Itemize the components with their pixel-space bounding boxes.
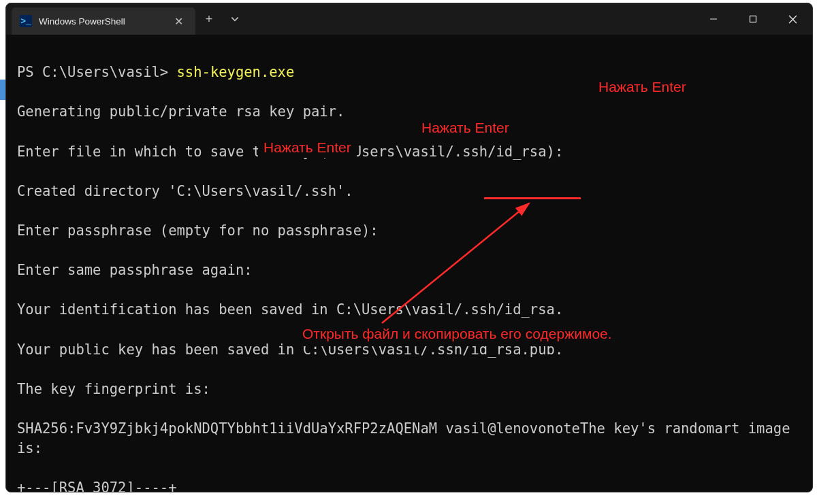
terminal-line: The key fingerprint is: — [17, 380, 801, 399]
annotation-enter-2: Нажать Enter — [416, 118, 515, 138]
new-tab-button[interactable]: + — [195, 3, 223, 35]
terminal-window: >_ Windows PowerShell ✕ + — [5, 3, 813, 492]
minimize-button[interactable] — [694, 3, 733, 35]
maximize-icon — [749, 15, 757, 23]
terminal-line: Enter same passphrase again: — [17, 261, 801, 280]
annotation-enter-1: Нажать Enter — [593, 77, 692, 97]
chevron-down-icon — [230, 14, 240, 24]
close-button[interactable] — [773, 3, 812, 35]
window-controls — [694, 3, 812, 35]
maximize-button[interactable] — [733, 3, 773, 35]
prompt: PS C:\Users\vasil> — [17, 64, 168, 80]
terminal-line: Your identification has been saved in C:… — [17, 300, 801, 320]
command: ssh-keygen.exe — [177, 64, 295, 80]
tab-dropdown-button[interactable] — [223, 3, 247, 35]
annotation-enter-3: Нажать Enter — [258, 137, 357, 158]
tab-label: Windows PowerShell — [39, 16, 163, 27]
terminal-line: Created directory 'C:\Users\vasil/.ssh'. — [17, 182, 801, 201]
terminal-line: Generating public/private rsa key pair. — [17, 102, 801, 122]
terminal-body[interactable]: PS C:\Users\vasil> ssh-keygen.exe Genera… — [6, 35, 812, 492]
svg-rect-1 — [750, 16, 756, 22]
annotation-underline — [484, 197, 581, 199]
terminal-line: Enter file in which to save the key (C:\… — [17, 142, 801, 162]
tabs-area: >_ Windows PowerShell ✕ + — [6, 3, 247, 35]
annotation-open-file: Открыть файл и скопировать его содержимо… — [295, 322, 619, 346]
powershell-icon: >_ — [20, 15, 32, 27]
tab-close-icon[interactable]: ✕ — [171, 14, 186, 29]
tab-powershell[interactable]: >_ Windows PowerShell ✕ — [12, 7, 195, 35]
terminal-line: SHA256:Fv3Y9Zjbkj4pokNDQTYbbht1iiVdUaYxR… — [17, 419, 801, 458]
close-icon — [788, 15, 797, 24]
terminal-line: +---[RSA 3072]----+ — [17, 478, 801, 492]
terminal-line: Enter passphrase (empty for no passphras… — [17, 221, 801, 241]
titlebar[interactable]: >_ Windows PowerShell ✕ + — [6, 3, 812, 35]
minimize-icon — [709, 15, 718, 23]
left-decorative-strip — [0, 80, 5, 100]
